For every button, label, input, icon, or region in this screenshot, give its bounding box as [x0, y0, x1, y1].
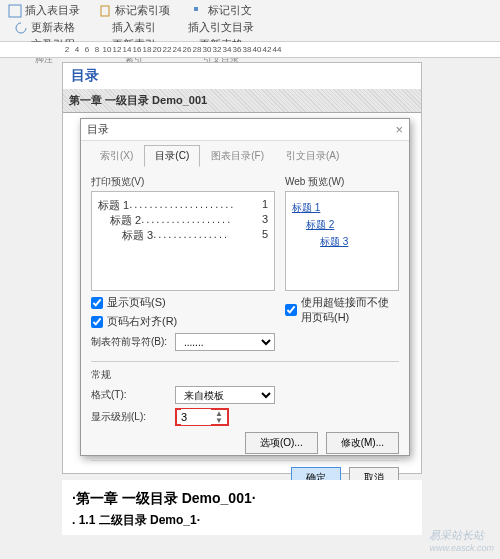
web-link-2[interactable]: 标题 2 [292, 218, 392, 232]
ribbon-insert-index[interactable]: 插入索引 [110, 19, 158, 36]
format-row: 格式(T): 来自模板 [91, 386, 399, 404]
options-button[interactable]: 选项(O)... [245, 432, 318, 454]
web-preview: 标题 1 标题 2 标题 3 [285, 191, 399, 291]
format-select[interactable]: 来自模板 [175, 386, 275, 404]
levels-row: 显示级别(L): ▲▼ [91, 408, 399, 426]
web-link-1[interactable]: 标题 1 [292, 201, 392, 215]
ruler: 2468101214161820222426283032343638404244 [0, 42, 500, 58]
document-body: ·第一章 一级目录 Demo_001· . 1.1 二级目录 Demo_1· [62, 480, 422, 535]
levels-spinner[interactable]: ▲▼ [175, 408, 229, 426]
format-label: 格式(T): [91, 388, 169, 402]
svg-rect-0 [9, 5, 21, 17]
tab-leader-label: 制表符前导符(B): [91, 335, 169, 349]
dialog-titlebar: 目录 × [81, 119, 409, 141]
levels-label: 显示级别(L): [91, 410, 169, 424]
ribbon-mark-index[interactable]: 标记索引项 [96, 2, 172, 19]
doc-heading-1: ·第一章 一级目录 Demo_001· [72, 490, 412, 508]
web-link-3[interactable]: 标题 3 [292, 235, 392, 249]
ribbon-insert-citation-toc[interactable]: 插入引文目录 [186, 19, 256, 36]
dialog-tabs: 索引(X) 目录(C) 图表目录(F) 引文目录(A) [81, 141, 409, 167]
dialog-title: 目录 [87, 122, 109, 137]
levels-input[interactable] [181, 409, 211, 425]
show-pages-checkbox[interactable]: 显示页码(S) [91, 295, 275, 310]
toc-field[interactable]: 第一章 一级目录 Demo_001 [63, 89, 421, 113]
tab-leader-row: 制表符前导符(B): ....... [91, 333, 275, 351]
watermark: 易采站长站 www.easck.com [429, 527, 494, 553]
web-preview-label: Web 预览(W) [285, 175, 399, 189]
quote-icon [191, 4, 205, 18]
table-icon [8, 4, 22, 18]
right-align-checkbox[interactable]: 页码右对齐(R) [91, 314, 275, 329]
ribbon-group-index: 标记索引项 插入索引 更新索引 索引 [96, 2, 172, 39]
tab-index[interactable]: 索引(X) [89, 145, 144, 167]
doc-heading-2: . 1.1 二级目录 Demo_1· [72, 512, 412, 529]
spinner-buttons[interactable]: ▲▼ [215, 410, 223, 424]
close-icon[interactable]: × [395, 122, 403, 137]
svg-rect-1 [101, 6, 109, 16]
ribbon-mark-citation[interactable]: 标记引文 [189, 2, 254, 19]
tab-figures[interactable]: 图表目录(F) [200, 145, 275, 167]
bookmark-icon [98, 4, 112, 18]
modify-button[interactable]: 修改(M)... [326, 432, 399, 454]
ribbon-group-footnote: 插入表目录 更新表格 交叉引用 脚注 [6, 2, 82, 39]
toc-dialog: 目录 × 索引(X) 目录(C) 图表目录(F) 引文目录(A) 打印预览(V)… [80, 118, 410, 456]
print-preview-label: 打印预览(V) [91, 175, 275, 189]
toc-heading: 目录 [63, 63, 421, 89]
tab-toc[interactable]: 目录(C) [144, 145, 200, 167]
ribbon: 插入表目录 更新表格 交叉引用 脚注 标记索引项 插入索引 更新索引 索引 标记… [0, 0, 500, 42]
general-label: 常规 [91, 368, 399, 382]
tab-leader-select[interactable]: ....... [175, 333, 275, 351]
ribbon-update-table[interactable]: 更新表格 [12, 19, 77, 36]
refresh-icon [14, 21, 28, 35]
ribbon-group-citation: 标记引文 插入引文目录 更新表格 引文目录 [186, 2, 256, 39]
ribbon-insert-table-toc[interactable]: 插入表目录 [6, 2, 82, 19]
print-preview: 标题 1.....................1 标题 2.........… [91, 191, 275, 291]
use-hyperlinks-checkbox[interactable]: 使用超链接而不使用页码(H) [285, 295, 399, 325]
tab-authorities[interactable]: 引文目录(A) [275, 145, 350, 167]
